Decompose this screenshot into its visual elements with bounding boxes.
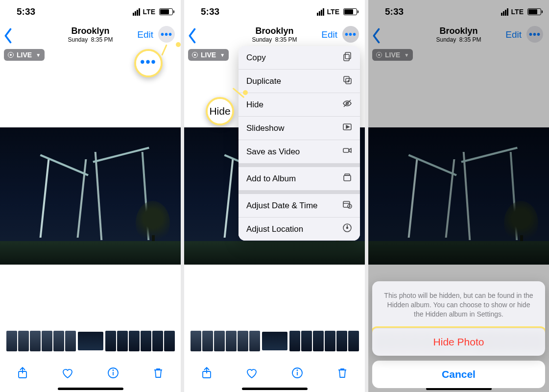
- action-sheet: This photo will be hidden, but can be fo…: [372, 281, 545, 388]
- back-button[interactable]: [3, 27, 14, 46]
- chevron-down-icon: ▼: [36, 52, 41, 58]
- status-bar: 5:33 LTE: [0, 0, 181, 24]
- menu-copy[interactable]: Copy: [239, 46, 360, 69]
- svg-marker-11: [346, 125, 349, 128]
- menu-slideshow[interactable]: Slideshow: [239, 116, 360, 140]
- live-badge[interactable]: LIVE ▼: [4, 49, 45, 61]
- copy-icon: [342, 51, 352, 64]
- ellipsis-icon: •••: [345, 29, 357, 40]
- callout-more: •••: [134, 49, 163, 77]
- thumbnail-strip[interactable]: [0, 331, 181, 351]
- bottom-toolbar: [184, 361, 365, 387]
- screen-more-menu: 5:33 LTE Brooklyn Sunday 8:35 PM Edit ••…: [184, 0, 365, 392]
- status-bar: 5:33 LTE: [184, 0, 365, 24]
- play-rect-icon: [342, 122, 352, 134]
- share-button[interactable]: [15, 366, 30, 382]
- svg-rect-14: [344, 175, 351, 181]
- info-button[interactable]: [290, 366, 305, 382]
- svg-point-21: [347, 227, 348, 229]
- svg-rect-5: [344, 54, 349, 61]
- more-button[interactable]: •••: [158, 26, 175, 43]
- svg-point-25: [297, 370, 297, 370]
- nav-bar: Brooklyn Sunday 8:35 PM Edit •••: [184, 24, 365, 46]
- carrier-label: LTE: [143, 8, 155, 16]
- more-button[interactable]: •••: [342, 26, 359, 43]
- page-subtitle: Sunday 8:35 PM: [0, 36, 181, 43]
- info-button[interactable]: [106, 366, 120, 382]
- menu-hide[interactable]: Hide: [239, 93, 360, 116]
- menu-save-video[interactable]: Save as Video: [239, 140, 360, 163]
- svg-marker-13: [349, 148, 351, 152]
- svg-rect-4: [345, 52, 351, 59]
- live-icon: [8, 52, 14, 58]
- location-icon: [342, 223, 352, 235]
- favorite-button[interactable]: [244, 366, 259, 382]
- svg-rect-15: [345, 174, 350, 175]
- delete-button[interactable]: [151, 366, 166, 382]
- screen-hide-confirm: 5:33 LTE Brooklyn Sunday 8:35 PM Edit ••…: [368, 0, 549, 392]
- video-icon: [342, 146, 352, 158]
- home-indicator: [242, 388, 308, 390]
- svg-point-3: [113, 370, 113, 370]
- calendar-clock-icon: [342, 199, 352, 212]
- album-add-icon: [342, 172, 352, 185]
- status-time: 5:33: [17, 6, 35, 17]
- share-button[interactable]: [199, 366, 214, 382]
- favorite-button[interactable]: [60, 366, 75, 382]
- edit-button[interactable]: Edit: [137, 29, 153, 40]
- menu-adjust-date[interactable]: Adjust Date & Time: [239, 194, 360, 217]
- edit-button[interactable]: Edit: [321, 29, 337, 40]
- screen-photo-detail: 5:33 LTE Brooklyn Sunday 8:35 PM Edit ••…: [0, 0, 181, 392]
- home-indicator: [58, 388, 123, 390]
- eye-slash-icon: [342, 98, 352, 111]
- callout-hide: Hide: [206, 97, 234, 125]
- page-title: Brooklyn: [0, 26, 181, 36]
- sheet-message: This photo will be hidden, but can be fo…: [372, 281, 545, 328]
- menu-adjust-location[interactable]: Adjust Location: [239, 217, 360, 241]
- duplicate-icon: [342, 75, 352, 87]
- ellipsis-icon: •••: [161, 29, 172, 40]
- signal-icon: [133, 8, 140, 16]
- signal-icon: [317, 8, 324, 16]
- bottom-toolbar: [0, 361, 181, 387]
- thumbnail-current[interactable]: [77, 331, 104, 351]
- nav-bar: Brooklyn Sunday 8:35 PM Edit •••: [0, 24, 181, 46]
- back-button[interactable]: [187, 27, 198, 46]
- menu-duplicate[interactable]: Duplicate: [239, 69, 360, 93]
- photo-content[interactable]: [0, 127, 181, 265]
- battery-icon: [343, 8, 357, 15]
- battery-icon: [159, 8, 173, 15]
- cancel-button[interactable]: Cancel: [372, 361, 545, 388]
- hide-photo-button[interactable]: Hide Photo: [372, 328, 545, 356]
- thumbnail-strip[interactable]: [184, 331, 365, 351]
- svg-rect-12: [343, 148, 349, 152]
- delete-button[interactable]: [335, 366, 350, 382]
- menu-add-to-album[interactable]: Add to Album: [239, 167, 360, 190]
- context-menu: Copy Duplicate Hide Slideshow Save as Vi…: [239, 46, 360, 241]
- live-badge[interactable]: LIVE▼: [188, 49, 229, 61]
